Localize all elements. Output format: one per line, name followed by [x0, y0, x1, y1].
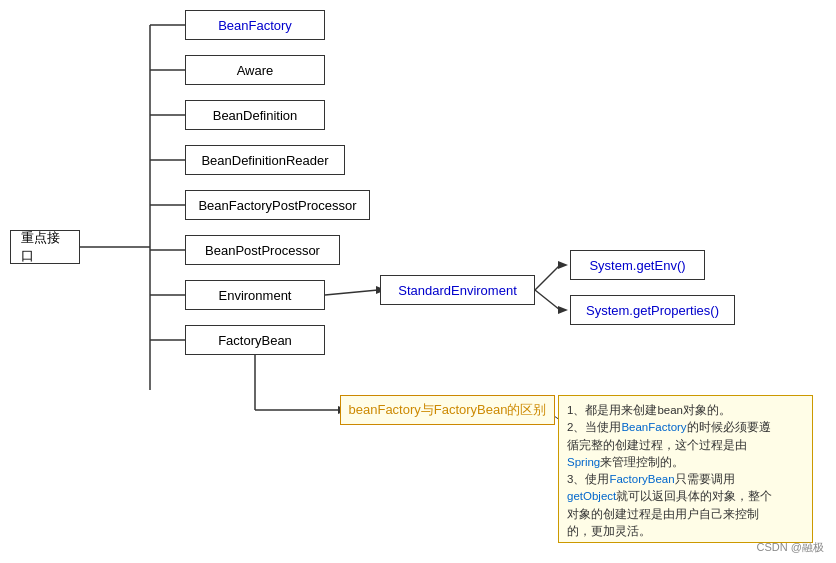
box-beandefinition: BeanDefinition	[185, 100, 325, 130]
box-beanfactory: BeanFactory	[185, 10, 325, 40]
note-line-5: 3、使用FactoryBean只需要调用	[567, 473, 735, 485]
note-box: 1、都是用来创建bean对象的。 2、当使用BeanFactory的时候必须要遵…	[558, 395, 813, 543]
box-standardenviroment: StandardEnviroment	[380, 275, 535, 305]
box-bfdiff: beanFactory与FactoryBean的区别	[340, 395, 555, 425]
svg-marker-18	[558, 306, 568, 314]
box-aware: Aware	[185, 55, 325, 85]
box-system-getenv: System.getEnv()	[570, 250, 705, 280]
root-box: 重点接口	[10, 230, 80, 264]
box-beanpostprocessor: BeanPostProcessor	[185, 235, 340, 265]
diagram-container: 重点接口 BeanFactory Aware BeanDefinition Be…	[0, 0, 836, 563]
box-system-getproperties: System.getProperties()	[570, 295, 735, 325]
box-beandefinitionreader: BeanDefinitionReader	[185, 145, 345, 175]
note-line-7: 对象的创建过程是由用户自己来控制	[567, 508, 759, 520]
watermark: CSDN @融极	[757, 540, 824, 555]
box-environment: Environment	[185, 280, 325, 310]
note-line-6: getObject就可以返回具体的对象，整个	[567, 490, 772, 502]
svg-line-15	[535, 265, 560, 290]
note-line-8: 的，更加灵活。	[567, 525, 651, 537]
box-factorybean: FactoryBean	[185, 325, 325, 355]
svg-marker-16	[558, 261, 568, 269]
box-beanfactorypostprocessor: BeanFactoryPostProcessor	[185, 190, 370, 220]
note-line-3: 循完整的创建过程，这个过程是由	[567, 439, 747, 451]
note-line-1: 1、都是用来创建bean对象的。	[567, 404, 731, 416]
svg-line-17	[535, 290, 560, 310]
note-line-4: Spring来管理控制的。	[567, 456, 684, 468]
svg-line-13	[325, 290, 378, 295]
note-line-2: 2、当使用BeanFactory的时候必须要遵	[567, 421, 771, 433]
